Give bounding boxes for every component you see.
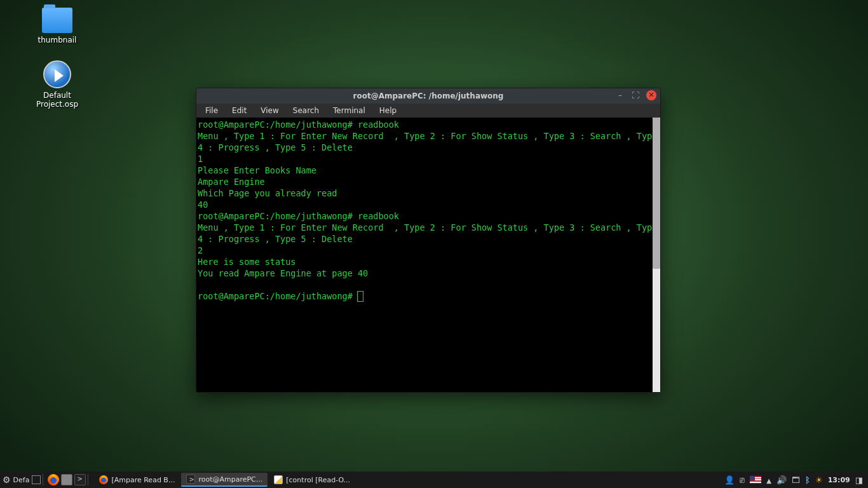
desktop-icon-default-project[interactable]: Default Project.osp bbox=[22, 60, 92, 109]
scrollbar-thumb[interactable] bbox=[653, 118, 660, 269]
terminal-line: 40 bbox=[198, 199, 658, 210]
terminal-prompt: root@AmparePC:/home/juthawong# bbox=[198, 291, 353, 301]
system-tray: 13:09 bbox=[724, 475, 865, 485]
terminal-line bbox=[198, 279, 658, 290]
menu-help[interactable]: Help bbox=[373, 105, 403, 116]
terminal-prompt: root@AmparePC:/home/juthawong# bbox=[198, 211, 353, 221]
terminal-line: You read Ampare Engine at page 40 bbox=[198, 268, 658, 279]
task-label: root@AmparePC... bbox=[198, 475, 262, 484]
desktop-icon-label: Default Project.osp bbox=[22, 91, 92, 109]
term-icon bbox=[186, 475, 195, 484]
brightness-icon[interactable] bbox=[815, 475, 823, 485]
terminal-line: root@AmparePC:/home/juthawong# readbook bbox=[198, 119, 658, 130]
terminal-line: 2 bbox=[198, 245, 658, 256]
minimize-button[interactable]: – bbox=[616, 91, 625, 100]
task-button[interactable]: root@AmparePC... bbox=[181, 473, 268, 487]
folder-icon bbox=[42, 8, 72, 33]
terminal-cursor bbox=[358, 292, 363, 301]
close-button[interactable]: ✕ bbox=[646, 90, 656, 100]
menu-file[interactable]: File bbox=[199, 105, 224, 116]
terminal-line: Menu , Type 1 : For Enter New Record , T… bbox=[198, 222, 658, 245]
terminal-line: Menu , Type 1 : For Enter New Record , T… bbox=[198, 130, 658, 153]
control-icon[interactable] bbox=[740, 475, 745, 485]
task-button[interactable]: [Ampare Read B... bbox=[94, 473, 180, 487]
volume-icon[interactable] bbox=[776, 475, 787, 485]
menu-view[interactable]: View bbox=[254, 105, 285, 116]
task-button[interactable]: [control [Read-O... bbox=[269, 473, 355, 487]
terminal-window[interactable]: root@AmparePC: /home/juthawong – ⛶ ✕ Fil… bbox=[196, 88, 661, 393]
terminal-line: 1 bbox=[198, 153, 658, 165]
bluetooth-icon[interactable] bbox=[805, 475, 810, 485]
menu-edit[interactable]: Edit bbox=[226, 105, 253, 116]
user-icon[interactable] bbox=[724, 475, 735, 485]
firefox-icon bbox=[99, 475, 108, 484]
clock[interactable]: 13:09 bbox=[828, 476, 850, 484]
gear-icon[interactable] bbox=[3, 475, 11, 485]
menubar: File Edit View Search Terminal Help bbox=[196, 104, 660, 118]
launcher-firefox-icon[interactable] bbox=[48, 474, 59, 485]
launcher-filemanager-icon[interactable] bbox=[61, 474, 72, 485]
workspace-switcher[interactable] bbox=[32, 475, 41, 484]
launcher-terminal-icon[interactable] bbox=[74, 474, 86, 485]
taskbar: Defa [Ampare Read B...root@AmparePC...[c… bbox=[0, 471, 868, 488]
editor-icon bbox=[274, 475, 283, 484]
play-icon bbox=[43, 60, 71, 88]
task-list: [Ampare Read B...root@AmparePC...[contro… bbox=[94, 473, 724, 487]
menu-terminal[interactable]: Terminal bbox=[327, 105, 372, 116]
panel-icon[interactable] bbox=[855, 475, 863, 485]
start-label[interactable]: Defa bbox=[13, 476, 30, 484]
window-titlebar[interactable]: root@AmparePC: /home/juthawong – ⛶ ✕ bbox=[196, 88, 660, 104]
menu-search[interactable]: Search bbox=[287, 105, 325, 116]
terminal-line: Please Enter Books Name bbox=[198, 165, 658, 176]
notification-icon[interactable] bbox=[792, 475, 800, 485]
terminal-body[interactable]: root@AmparePC:/home/juthawong# readbookM… bbox=[196, 118, 660, 392]
scrollbar[interactable] bbox=[653, 118, 660, 392]
task-label: [control [Read-O... bbox=[286, 476, 350, 484]
terminal-prompt: root@AmparePC:/home/juthawong# bbox=[198, 119, 353, 130]
terminal-line: root@AmparePC:/home/juthawong# bbox=[198, 290, 658, 302]
terminal-command: readbook bbox=[353, 119, 399, 130]
terminal-line: root@AmparePC:/home/juthawong# readbook bbox=[198, 210, 658, 222]
keyboard-layout-icon[interactable] bbox=[750, 476, 761, 484]
terminal-line: Ampare Engine bbox=[198, 176, 658, 187]
terminal-line: Here is some status bbox=[198, 256, 658, 268]
desktop-icon-label: thumbnail bbox=[22, 36, 92, 44]
desktop-icon-thumbnail[interactable]: thumbnail bbox=[22, 8, 92, 44]
terminal-command: readbook bbox=[353, 211, 399, 221]
terminal-line: Which Page you already read bbox=[198, 187, 658, 199]
maximize-button[interactable]: ⛶ bbox=[631, 91, 640, 100]
wifi-icon[interactable] bbox=[766, 475, 771, 485]
task-label: [Ampare Read B... bbox=[111, 476, 175, 484]
window-title: root@AmparePC: /home/juthawong bbox=[196, 92, 660, 100]
